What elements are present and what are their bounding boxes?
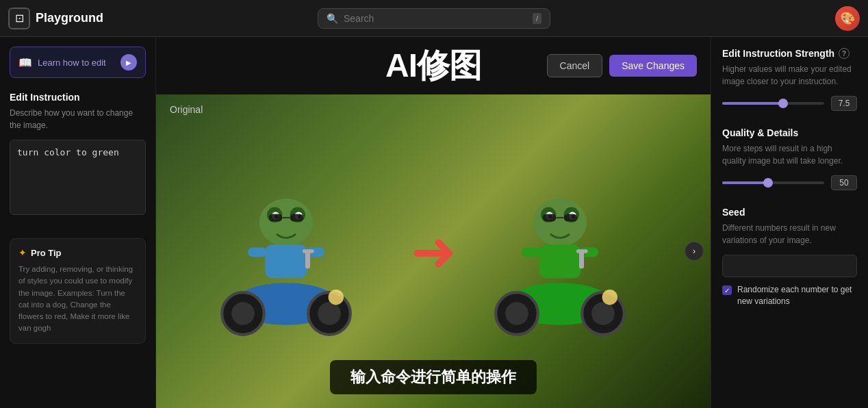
quality-slider: 50 <box>722 175 857 190</box>
strength-fill <box>722 102 783 105</box>
subtitle-overlay: 输入命令进行简单的操作 <box>330 360 537 394</box>
right-panel: Edit Instruction Strength ? Higher value… <box>711 37 868 408</box>
quality-thumb[interactable] <box>763 178 773 188</box>
svg-rect-7 <box>269 214 283 221</box>
motorcycle-green-svg <box>464 155 656 347</box>
save-changes-button[interactable]: Save Changes <box>609 55 697 77</box>
book-icon: 📖 <box>18 56 32 69</box>
seed-title: Seed <box>722 207 857 218</box>
svg-rect-10 <box>265 244 307 278</box>
search-kbd: / <box>533 13 541 24</box>
strength-section: Edit Instruction Strength ? Higher value… <box>722 48 857 111</box>
pro-tip-text: Try adding, removing, or thinking of sty… <box>18 264 137 335</box>
svg-rect-11 <box>248 247 267 257</box>
header-buttons: Cancel Save Changes <box>547 54 697 77</box>
image-area: Original <box>156 94 711 408</box>
motorcycle-before <box>190 155 382 347</box>
randomize-label: Randomize each number to get new variati… <box>737 284 857 307</box>
edit-instruction-desc: Describe how you want to change the imag… <box>10 107 146 131</box>
original-label: Original <box>170 104 203 115</box>
strength-info-icon[interactable]: ? <box>839 48 850 59</box>
strength-desc: Higher values will make your edited imag… <box>722 63 857 88</box>
learn-button-label: Learn how to edit <box>38 58 115 68</box>
quality-fill <box>722 181 768 184</box>
search-area: 🔍 / <box>118 8 750 29</box>
svg-point-15 <box>231 302 255 325</box>
app-title: Playground <box>36 11 103 25</box>
sidebar: 📖 Learn how to edit ▶ Edit Instruction D… <box>0 37 156 408</box>
page-title: AI修图 <box>385 44 481 88</box>
seed-section: Seed Different numbers result in new var… <box>722 207 857 307</box>
pro-tip-header: ✦ Pro Tip <box>18 247 137 258</box>
quality-value: 50 <box>831 175 857 190</box>
avatar[interactable]: 🎨 <box>835 6 860 31</box>
pro-tip-box: ✦ Pro Tip Try adding, removing, or think… <box>10 238 146 344</box>
svg-rect-28 <box>543 214 557 221</box>
svg-rect-18 <box>305 251 310 268</box>
svg-point-21 <box>533 199 587 246</box>
motorcycle-after <box>464 155 656 347</box>
randomize-checkbox[interactable]: ✓ <box>722 285 732 295</box>
image-canvas: ➜ <box>156 94 711 408</box>
cancel-button[interactable]: Cancel <box>547 54 603 77</box>
svg-point-41 <box>602 290 617 305</box>
strength-thumb[interactable] <box>778 99 788 108</box>
logo-icon: ⊡ <box>8 8 30 29</box>
star-icon: ✦ <box>18 247 27 258</box>
header-right: 🎨 <box>750 6 860 31</box>
logo-area: ⊡ Playground <box>8 8 118 29</box>
scroll-right-button[interactable]: › <box>685 242 704 261</box>
svg-rect-40 <box>576 249 588 253</box>
svg-point-17 <box>318 302 341 325</box>
svg-rect-32 <box>522 247 541 257</box>
svg-point-38 <box>591 302 615 325</box>
svg-rect-8 <box>290 214 304 221</box>
center-panel: AI修图 Cancel Save Changes Original <box>156 37 711 408</box>
svg-rect-31 <box>539 244 581 278</box>
svg-rect-39 <box>579 251 584 268</box>
play-icon: ▶ <box>120 54 137 71</box>
search-box[interactable]: 🔍 / <box>318 8 550 29</box>
svg-rect-29 <box>564 214 578 221</box>
header: ⊡ Playground 🔍 / 🎨 <box>0 0 868 37</box>
svg-point-0 <box>259 199 313 246</box>
strength-title: Edit Instruction Strength ? <box>722 48 857 59</box>
strength-slider: 7.5 <box>722 96 857 111</box>
quality-section: Quality & Details More steps will result… <box>722 127 857 190</box>
arrow-icon: ➜ <box>411 220 457 283</box>
quality-title: Quality & Details <box>722 127 857 138</box>
quality-desc: More steps will result in a high quality… <box>722 142 857 167</box>
search-icon: 🔍 <box>327 13 338 24</box>
learn-how-to-edit-button[interactable]: 📖 Learn how to edit ▶ <box>10 47 146 78</box>
svg-point-36 <box>505 302 528 325</box>
svg-point-20 <box>329 290 344 305</box>
edit-instruction-input[interactable]: turn color to green <box>10 140 146 215</box>
randomize-row: ✓ Randomize each number to get new varia… <box>722 284 857 307</box>
seed-desc: Different numbers result in new variatio… <box>722 222 857 246</box>
edit-instruction-title: Edit Instruction <box>10 92 146 103</box>
pro-tip-title: Pro Tip <box>31 248 62 258</box>
strength-value: 7.5 <box>831 96 857 111</box>
center-header: AI修图 Cancel Save Changes <box>156 37 711 94</box>
svg-rect-19 <box>303 249 314 253</box>
motorcycle-blue-svg <box>190 155 382 347</box>
search-input[interactable] <box>344 13 527 24</box>
strength-track[interactable] <box>722 102 824 105</box>
seed-input[interactable] <box>722 255 857 277</box>
quality-track[interactable] <box>722 181 824 184</box>
main-layout: 📖 Learn how to edit ▶ Edit Instruction D… <box>0 37 868 408</box>
